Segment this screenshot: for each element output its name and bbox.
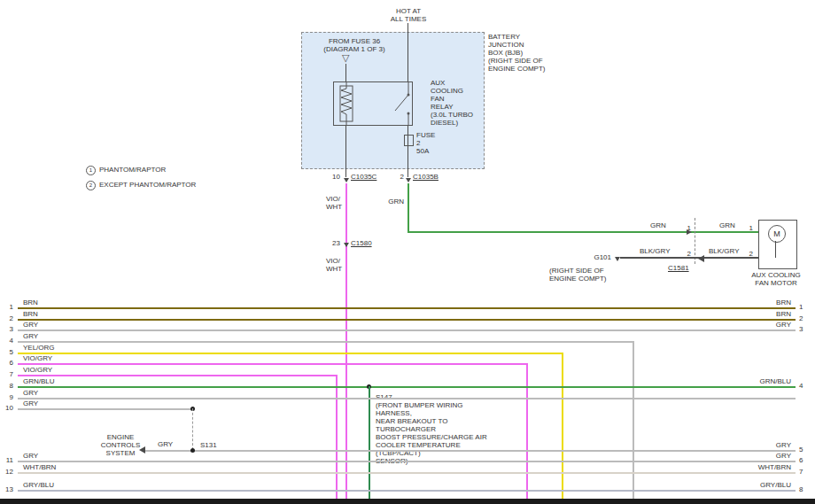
wire-line-yel-org: [18, 353, 563, 354]
row-left-label: BRN: [23, 299, 38, 306]
wire-line-gry: [18, 398, 796, 399]
row-left-num: 8: [2, 383, 13, 390]
row-right-label: BRN: [756, 311, 791, 318]
row-left-label: GRY: [23, 400, 38, 407]
relay-pin-2: 2: [390, 174, 404, 181]
ground-location-label: (RIGHT SIDE OF ENGINE COMPT): [549, 267, 613, 283]
ground-label: G101: [583, 254, 611, 261]
wire-line-gry: [18, 408, 194, 410]
pin-2-right: 2: [739, 251, 753, 258]
row-left-label: GRY: [23, 390, 38, 397]
row-right-label: GRN/BLU: [756, 378, 791, 385]
engine-controls-label: ENGINE CONTROLS SYSTEM: [97, 433, 144, 457]
row-right-num: 8: [799, 486, 810, 493]
branch-wire-label: GRY: [158, 441, 173, 448]
wire-drop-yel-org: [562, 353, 563, 499]
wire-line-vio-gry: [18, 363, 528, 365]
legend-2-icon: 2: [86, 181, 96, 190]
blkgry-label-right: BLK/GRY: [709, 248, 740, 255]
row-right-label: BRN: [756, 299, 791, 306]
row-left-label: GRY: [23, 322, 38, 329]
row-left-label: WHT/BRN: [23, 464, 56, 471]
ground-icon: [615, 257, 620, 261]
grn-label-left: GRN: [650, 222, 666, 229]
row-left-label: GRY: [23, 333, 38, 340]
row-left-num: 2: [2, 315, 13, 322]
splice-s147-label: S147 (FRONT BUMPER WIRING HARNESS, NEAR …: [376, 393, 500, 465]
hot-at-label: HOT AT ALL TIMES: [376, 7, 440, 23]
row-right-label: GRY/BLU: [756, 482, 791, 489]
relay-symbol: [333, 81, 413, 126]
row-right-num: 6: [799, 457, 810, 464]
row-left-num: 10: [2, 405, 13, 412]
fan-motor-label: AUX COOLING FAN MOTOR: [741, 271, 811, 287]
fuse-feed-wire: [408, 126, 408, 177]
relay-label: AUX COOLING FAN RELAY (3.0L TURBO DIESEL…: [431, 79, 480, 127]
row-left-num: 11: [2, 457, 13, 464]
bottom-window-edge: [0, 499, 815, 504]
vio-wht-label-2: VIO/ WHT: [326, 257, 349, 273]
connector-c1581-link[interactable]: C1581: [668, 265, 689, 272]
grn-wire-label: GRN: [369, 198, 404, 205]
vio-wht-label: VIO/ WHT: [326, 195, 349, 211]
row-left-num: 3: [2, 326, 13, 333]
grn-label-right: GRN: [719, 222, 735, 229]
row-left-num: 5: [2, 349, 13, 356]
wire-drop-vio-gry: [336, 375, 338, 499]
row-left-num: 6: [2, 360, 13, 367]
connector-arrow-icon: [687, 229, 692, 235]
row-left-num: 13: [2, 486, 13, 493]
connector-arrow-icon: [344, 243, 349, 247]
wire-line-gry-blu: [18, 490, 796, 492]
wire-line-grn-blu: [18, 386, 796, 388]
grn-wire-vertical: [408, 183, 409, 233]
pin-1-right: 1: [739, 225, 753, 232]
row-right-num: 3: [799, 326, 810, 333]
row-right-num: 7: [799, 469, 810, 476]
connector-c1580-link[interactable]: C1580: [351, 240, 372, 247]
from-fuse-label: FROM FUSE 36 (DIAGRAM 1 OF 3): [312, 37, 397, 53]
row-right-num: 2: [799, 315, 810, 322]
splice-s131-dot: [190, 448, 195, 453]
row-left-label: GRN/BLU: [23, 378, 55, 385]
relay-pin-10: 10: [326, 174, 340, 181]
coil-output-wire: [345, 126, 346, 177]
row-right-label: GRY: [756, 322, 791, 329]
wire-line-brn: [18, 307, 796, 309]
motor-symbol: M: [768, 225, 786, 243]
connector-c1035b-link[interactable]: C1035B: [413, 174, 439, 181]
wire-drop-gry: [633, 341, 634, 499]
legend-1-label: PHANTOM/RAPTOR: [99, 167, 166, 174]
fuse36-ref-triangle-icon: ▽: [342, 52, 349, 64]
c1580-pin-23: 23: [326, 240, 340, 247]
row-left-label: BRN: [23, 311, 38, 318]
row-right-num: 1: [799, 304, 810, 311]
wire-line-wht-brn: [18, 472, 796, 474]
legend-2-label: EXCEPT PHANTOM/RAPTOR: [99, 182, 196, 189]
wire-line-brn: [18, 319, 796, 321]
branch-right-num: 5: [799, 446, 810, 454]
fuse-symbol: [404, 135, 414, 146]
row-left-num: 12: [2, 469, 13, 476]
wire-line-gry: [18, 461, 796, 462]
wire-line-vio-gry: [18, 375, 338, 376]
hot-feed-wire: [408, 23, 408, 81]
row-left-num: 9: [2, 394, 13, 401]
connector-c1035c-link[interactable]: C1035C: [351, 174, 376, 181]
blkgry-label-left: BLK/GRY: [640, 248, 671, 255]
wire-line-gry-branch: [145, 450, 796, 452]
motor-internal-wire: [775, 241, 776, 258]
wire-drop-grn-blu: [369, 386, 370, 499]
row-left-num: 4: [2, 337, 13, 345]
coil-feed-wire: [345, 64, 346, 81]
row-left-label: YEL/ORG: [23, 345, 55, 352]
offpage-arrow-icon: [139, 446, 145, 454]
row-right-num: 4: [799, 383, 810, 390]
dashed-link-wire: [192, 408, 193, 450]
wire-drop-vio-gry: [526, 363, 528, 499]
bjb-label: BATTERY JUNCTION BOX (BJB) (RIGHT SIDE O…: [488, 33, 563, 73]
row-right-label: WHT/BRN: [756, 464, 791, 471]
connector-arrow-icon: [698, 255, 704, 262]
row-right-label: GRY: [756, 453, 791, 460]
legend-1-icon: 1: [86, 166, 96, 175]
